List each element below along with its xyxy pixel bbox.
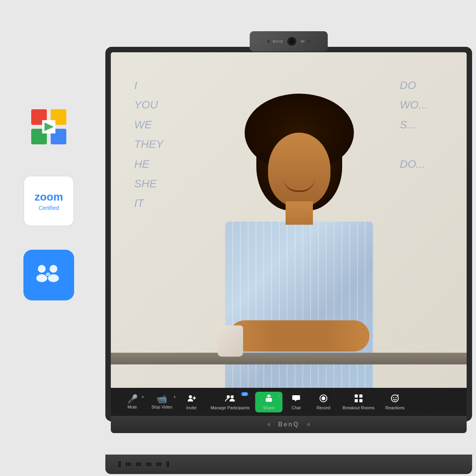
svg-point-23 bbox=[393, 397, 394, 398]
toolbar-invite[interactable]: Invite bbox=[178, 391, 205, 412]
person-face bbox=[268, 133, 330, 207]
port-usb-1 bbox=[125, 462, 132, 467]
toolbar-reactions[interactable]: Reactions bbox=[380, 392, 410, 412]
svg-point-17 bbox=[321, 396, 325, 400]
benq-logo-text: BenQ bbox=[278, 421, 300, 428]
svg-point-6 bbox=[38, 265, 46, 273]
zoom-text: zoom bbox=[34, 191, 63, 203]
toolbar-mute[interactable]: ▲ 🎤 Mute bbox=[119, 393, 146, 412]
desk-mug bbox=[218, 325, 243, 357]
toolbar-participants[interactable]: 10 Manage Participants bbox=[205, 391, 255, 412]
share-label: Share bbox=[263, 405, 274, 410]
zoom-toolbar: ▲ 🎤 Mute ▲ 📹 Stop Video bbox=[111, 388, 467, 416]
webcam-lens-inner bbox=[289, 39, 295, 44]
toolbar-record[interactable]: Record bbox=[310, 392, 337, 412]
record-icon bbox=[319, 394, 328, 404]
toolbar-chat[interactable]: Chat bbox=[282, 392, 310, 412]
google-meet-logo bbox=[23, 101, 74, 152]
participants-label: Manage Participants bbox=[211, 405, 250, 410]
invite-icon bbox=[187, 394, 196, 404]
zoom-certified-text: Certified bbox=[39, 205, 59, 211]
toolbar-breakout[interactable]: Breakout Rooms bbox=[337, 392, 380, 412]
svg-rect-20 bbox=[355, 399, 358, 402]
benq-dot-left bbox=[267, 423, 270, 426]
svg-point-7 bbox=[36, 274, 47, 282]
ams-badge bbox=[23, 250, 74, 300]
stop-video-label: Stop Video bbox=[151, 405, 172, 409]
desk bbox=[111, 353, 467, 364]
webcam-brand-text: BenQ bbox=[273, 39, 283, 43]
whiteboard-text-left: IYOUWETHEYHESHEIT bbox=[134, 76, 163, 213]
stop-video-icon: 📹 bbox=[156, 395, 167, 403]
invite-label: Invite bbox=[186, 405, 196, 410]
svg-point-14 bbox=[231, 395, 234, 398]
monitor-bottom-bezel: BenQ bbox=[111, 416, 467, 433]
record-label: Record bbox=[316, 405, 330, 410]
mute-icon: 🎤 bbox=[127, 395, 138, 403]
participants-icon bbox=[225, 394, 235, 404]
logos-sidebar: zoom Certified bbox=[23, 101, 74, 300]
monitor-frame: IYOUWETHEYHESHEIT DOWO...S...DO... bbox=[105, 47, 472, 421]
webcam-dot-left bbox=[267, 40, 270, 43]
svg-point-24 bbox=[396, 397, 397, 398]
webcam: BenQ 4K bbox=[250, 31, 328, 52]
reactions-icon bbox=[391, 394, 399, 404]
svg-point-9 bbox=[48, 274, 59, 282]
ports-bar bbox=[105, 455, 472, 474]
webcam-4k-text: 4K bbox=[300, 39, 305, 43]
breakout-label: Breakout Rooms bbox=[343, 405, 375, 410]
breakout-icon bbox=[354, 394, 363, 404]
stop-video-chevron: ▲ bbox=[173, 395, 176, 398]
person-arms bbox=[229, 320, 369, 352]
share-chevron: ▲ bbox=[278, 394, 281, 398]
svg-rect-21 bbox=[359, 399, 362, 402]
share-icon bbox=[265, 394, 273, 404]
port-2 bbox=[165, 460, 170, 468]
chat-icon bbox=[292, 394, 300, 404]
svg-point-10 bbox=[189, 395, 192, 398]
mute-label: Mute bbox=[128, 405, 137, 409]
chat-label: Chat bbox=[291, 405, 300, 410]
toolbar-stop-video[interactable]: ▲ 📹 Stop Video bbox=[146, 393, 178, 412]
svg-rect-18 bbox=[355, 394, 358, 398]
mute-chevron: ▲ bbox=[141, 395, 144, 398]
person-neck bbox=[286, 201, 313, 225]
svg-rect-19 bbox=[359, 394, 362, 398]
port-usb-4 bbox=[155, 462, 162, 467]
zoom-certified-badge: zoom Certified bbox=[23, 176, 74, 226]
svg-point-8 bbox=[50, 265, 57, 273]
video-area: IYOUWETHEYHESHEIT DOWO...S...DO... bbox=[111, 52, 467, 388]
monitor-wrapper: BenQ 4K IYOUWETHEYHESHEIT DOWO...S...DO.… bbox=[105, 31, 472, 445]
screen: IYOUWETHEYHESHEIT DOWO...S...DO... bbox=[111, 52, 467, 416]
svg-point-13 bbox=[227, 395, 230, 398]
participants-badge: 10 bbox=[241, 392, 248, 396]
toolbar-share[interactable]: ▲ Share bbox=[255, 392, 282, 412]
reactions-label: Reactions bbox=[385, 405, 405, 410]
port-usb-2 bbox=[135, 462, 142, 467]
port-1 bbox=[117, 460, 122, 468]
port-usb-3 bbox=[145, 462, 152, 467]
webcam-dot-right bbox=[308, 40, 310, 43]
svg-point-22 bbox=[391, 395, 398, 402]
benq-dot-right bbox=[307, 423, 310, 426]
person-smile bbox=[284, 178, 315, 192]
webcam-lens bbox=[286, 36, 297, 47]
